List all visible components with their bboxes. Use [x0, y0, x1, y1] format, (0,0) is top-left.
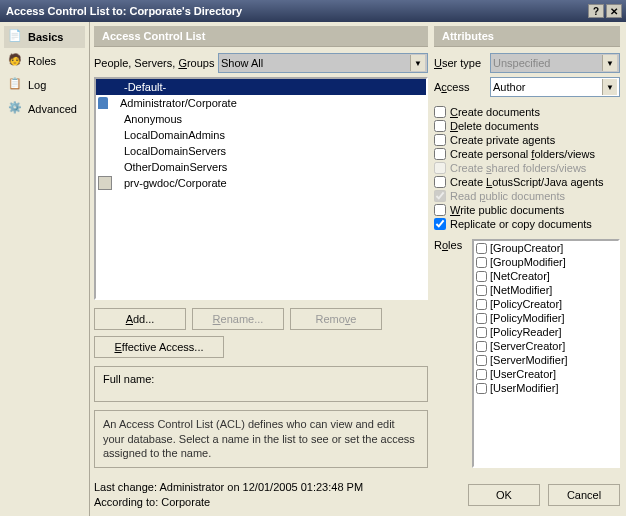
list-item[interactable]: -Default- — [96, 79, 426, 95]
group-icon — [98, 160, 112, 174]
list-item-label: LocalDomainServers — [116, 145, 226, 157]
sidebar-icon: 📄 — [8, 29, 24, 45]
window-title: Access Control List to: Corporate's Dire… — [6, 5, 586, 17]
role-item[interactable]: [NetCreator] — [474, 269, 618, 283]
fullname-box: Full name: — [94, 366, 428, 402]
permission-checkbox[interactable] — [434, 106, 446, 118]
list-item-label: prv-gwdoc/Corporate — [116, 177, 227, 189]
sidebar: 📄Basics🧑Roles📋Log⚙️Advanced — [0, 22, 90, 516]
role-label: [PolicyModifier] — [490, 312, 565, 324]
sidebar-item-roles[interactable]: 🧑Roles — [4, 50, 85, 72]
filter-label: People, Servers, Groups — [94, 57, 218, 69]
roles-label: Roles — [434, 237, 472, 468]
sidebar-item-label: Log — [28, 79, 46, 91]
role-label: [NetCreator] — [490, 270, 550, 282]
usertype-label: User type — [434, 57, 490, 69]
permission-row[interactable]: Delete documents — [434, 119, 620, 133]
sidebar-item-label: Basics — [28, 31, 63, 43]
permission-checkbox[interactable] — [434, 148, 446, 160]
add-button[interactable]: Add... — [94, 308, 186, 330]
list-item[interactable]: LocalDomainServers — [96, 143, 426, 159]
list-item[interactable]: Administrator/Corporate — [96, 95, 426, 111]
permission-checkbox[interactable] — [434, 120, 446, 132]
role-label: [ServerCreator] — [490, 340, 565, 352]
titlebar: Access Control List to: Corporate's Dire… — [0, 0, 626, 22]
role-item[interactable]: [PolicyCreator] — [474, 297, 618, 311]
effective-access-button[interactable]: Effective Access... — [94, 336, 224, 358]
access-dropdown[interactable]: Author ▼ — [490, 77, 620, 97]
role-checkbox[interactable] — [476, 383, 487, 394]
close-button[interactable]: ✕ — [606, 4, 622, 18]
list-item[interactable]: OtherDomainServers — [96, 159, 426, 175]
role-label: [UserModifier] — [490, 382, 558, 394]
sidebar-icon: ⚙️ — [8, 101, 24, 117]
role-item[interactable]: [ServerCreator] — [474, 339, 618, 353]
blank-icon — [98, 80, 112, 94]
hint-box: An Access Control List (ACL) defines who… — [94, 410, 428, 469]
list-item[interactable]: LocalDomainAdmins — [96, 127, 426, 143]
role-checkbox[interactable] — [476, 341, 487, 352]
permission-row[interactable]: Create documents — [434, 105, 620, 119]
role-item[interactable]: [ServerModifier] — [474, 353, 618, 367]
permission-row[interactable]: Write public documents — [434, 203, 620, 217]
permission-row[interactable]: Create LotusScript/Java agents — [434, 175, 620, 189]
role-item[interactable]: [PolicyReader] — [474, 325, 618, 339]
permission-checkbox[interactable] — [434, 204, 446, 216]
server-icon — [98, 176, 112, 190]
filter-dropdown[interactable]: Show All ▼ — [218, 53, 428, 73]
permission-checkbox[interactable] — [434, 218, 446, 230]
sidebar-item-basics[interactable]: 📄Basics — [4, 26, 85, 48]
permission-row[interactable]: Replicate or copy documents — [434, 217, 620, 231]
permissions-list: Create documentsDelete documentsCreate p… — [434, 105, 620, 231]
list-item[interactable]: Anonymous — [96, 111, 426, 127]
permission-label: Create LotusScript/Java agents — [450, 176, 604, 188]
role-checkbox[interactable] — [476, 285, 487, 296]
permission-label: Create personal folders/views — [450, 148, 595, 160]
rename-button: Rename... — [192, 308, 284, 330]
role-item[interactable]: [PolicyModifier] — [474, 311, 618, 325]
sidebar-item-log[interactable]: 📋Log — [4, 74, 85, 96]
role-item[interactable]: [NetModifier] — [474, 283, 618, 297]
permission-checkbox[interactable] — [434, 134, 446, 146]
acl-column: Access Control List People, Servers, Gro… — [94, 26, 428, 468]
access-value: Author — [493, 81, 525, 93]
help-button[interactable]: ? — [588, 4, 604, 18]
role-item[interactable]: [GroupCreator] — [474, 241, 618, 255]
roles-listbox[interactable]: [GroupCreator][GroupModifier][NetCreator… — [472, 239, 620, 468]
role-label: [ServerModifier] — [490, 354, 568, 366]
usertype-dropdown[interactable]: Unspecified ▼ — [490, 53, 620, 73]
role-checkbox[interactable] — [476, 313, 487, 324]
list-item-label: LocalDomainAdmins — [116, 129, 225, 141]
role-checkbox[interactable] — [476, 257, 487, 268]
sidebar-item-advanced[interactable]: ⚙️Advanced — [4, 98, 85, 120]
blank-icon — [98, 112, 112, 126]
roles-area: Roles [GroupCreator][GroupModifier][NetC… — [434, 237, 620, 468]
role-checkbox[interactable] — [476, 369, 487, 380]
role-checkbox[interactable] — [476, 271, 487, 282]
permission-row[interactable]: Create private agents — [434, 133, 620, 147]
role-checkbox[interactable] — [476, 243, 487, 254]
ok-button[interactable]: OK — [468, 484, 540, 506]
role-item[interactable]: [UserModifier] — [474, 381, 618, 395]
role-item[interactable]: [UserCreator] — [474, 367, 618, 381]
list-item-label: OtherDomainServers — [116, 161, 227, 173]
sidebar-icon: 🧑 — [8, 53, 24, 69]
permission-label: Read public documents — [450, 190, 565, 202]
sidebar-icon: 📋 — [8, 77, 24, 93]
permission-row: Create shared folders/views — [434, 161, 620, 175]
role-item[interactable]: [GroupModifier] — [474, 255, 618, 269]
acl-listbox[interactable]: -Default-Administrator/CorporateAnonymou… — [94, 77, 428, 300]
chevron-down-icon: ▼ — [410, 55, 425, 71]
acl-header: Access Control List — [94, 26, 428, 47]
role-checkbox[interactable] — [476, 299, 487, 310]
role-checkbox[interactable] — [476, 327, 487, 338]
according-to-text: According to: Corporate — [94, 495, 363, 510]
role-checkbox[interactable] — [476, 355, 487, 366]
chevron-down-icon: ▼ — [602, 55, 617, 71]
access-label: Access — [434, 81, 490, 93]
list-item[interactable]: prv-gwdoc/Corporate — [96, 175, 426, 191]
permission-row[interactable]: Create personal folders/views — [434, 147, 620, 161]
permission-checkbox[interactable] — [434, 176, 446, 188]
cancel-button[interactable]: Cancel — [548, 484, 620, 506]
role-label: [NetModifier] — [490, 284, 552, 296]
